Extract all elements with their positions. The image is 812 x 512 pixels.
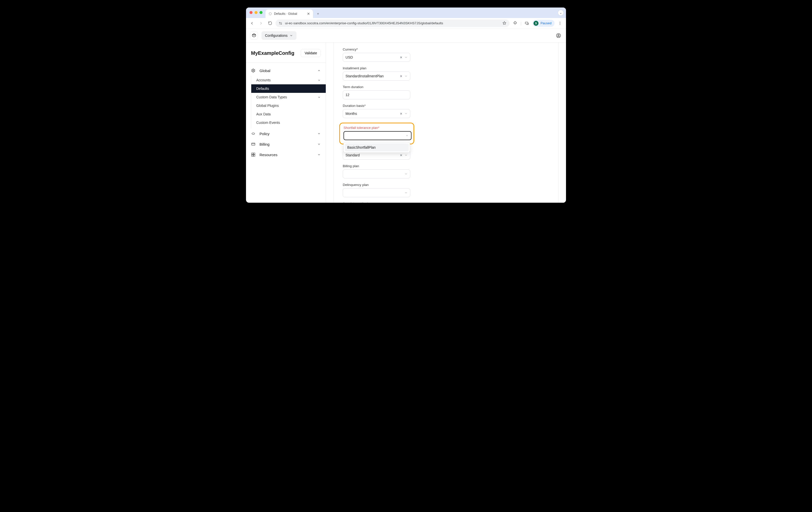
option-label: BasicShortfallPlan xyxy=(347,145,376,150)
window-close-button[interactable] xyxy=(250,11,253,14)
sidebar: MyExampleConfig Validate Global Accounts xyxy=(246,43,326,203)
term-duration-input[interactable]: 12 xyxy=(343,90,410,99)
shortfall-dropdown: BasicShortfallPlan xyxy=(344,142,410,153)
auto-renewal-value: Standard xyxy=(346,153,399,157)
validate-label: Validate xyxy=(304,51,317,55)
clear-icon[interactable]: ✕ xyxy=(399,56,404,59)
app-body: MyExampleConfig Validate Global Accounts xyxy=(246,43,566,203)
profile-avatar: S xyxy=(533,21,539,26)
defaults-form: Currency USD ✕ Installment plan Standard… xyxy=(334,43,558,203)
chevron-down-icon[interactable] xyxy=(404,112,407,115)
nav-reload-button[interactable] xyxy=(266,20,273,27)
window-maximize-button[interactable] xyxy=(260,11,262,14)
section-billing-label: Billing xyxy=(260,142,269,146)
clear-icon[interactable]: ✕ xyxy=(399,74,404,78)
currency-select[interactable]: USD ✕ xyxy=(343,53,410,62)
duration-basis-value: Months xyxy=(346,112,399,116)
bookmark-icon[interactable] xyxy=(502,21,506,25)
sidebar-item-accounts[interactable]: Accounts xyxy=(251,76,326,84)
chevron-down-icon xyxy=(318,79,321,82)
extensions-icon[interactable] xyxy=(512,20,519,27)
chevron-down-icon[interactable] xyxy=(405,134,408,137)
svg-rect-15 xyxy=(252,153,253,154)
section-resources[interactable]: Resources xyxy=(246,150,326,160)
sidebar-item-label: Aux Data xyxy=(256,112,271,116)
window-controls xyxy=(250,11,262,14)
currency-value: USD xyxy=(346,55,399,59)
validate-button[interactable]: Validate xyxy=(301,49,321,57)
delinquency-plan-select[interactable] xyxy=(343,188,410,197)
configurations-menu-button[interactable]: Configurations xyxy=(261,31,296,40)
app-logo[interactable] xyxy=(250,31,258,39)
sidebar-header: MyExampleConfig Validate xyxy=(246,43,326,63)
address-bar[interactable]: ui-ec-sandbox.socotra.com/en/enterprise-… xyxy=(276,20,510,27)
sidebar-item-aux-data[interactable]: Aux Data xyxy=(251,110,326,118)
installment-plan-select[interactable]: StandardInstallmentPlan ✕ xyxy=(343,72,410,81)
new-tab-button[interactable]: ＋ xyxy=(315,10,321,17)
term-duration-value: 12 xyxy=(346,93,407,97)
svg-rect-18 xyxy=(254,155,255,156)
svg-point-0 xyxy=(279,22,280,23)
sidebar-item-custom-data-types[interactable]: Custom Data Types xyxy=(251,93,326,101)
shortfall-highlight: Shortfall tolerance plan BasicShortfallP… xyxy=(339,123,414,144)
browser-toolbar: ui-ec-sandbox.socotra.com/en/enterprise-… xyxy=(246,18,566,29)
tabs-overflow-button[interactable]: ⌄ xyxy=(558,10,563,16)
duration-basis-select[interactable]: Months ✕ xyxy=(343,109,410,118)
profile-status-label: Paused xyxy=(541,21,551,25)
clear-icon[interactable]: ✕ xyxy=(399,112,404,116)
browser-menu-icon[interactable] xyxy=(556,20,563,27)
chevron-down-icon[interactable] xyxy=(404,154,407,157)
user-account-icon[interactable] xyxy=(555,32,562,39)
section-global-label: Global xyxy=(260,69,270,73)
installment-plan-value: StandardInstallmentPlan xyxy=(346,74,399,78)
svg-rect-17 xyxy=(252,155,253,156)
shortfall-option-basic[interactable]: BasicShortfallPlan xyxy=(345,143,409,152)
nav-forward-button[interactable] xyxy=(258,20,264,27)
media-control-icon[interactable] xyxy=(523,20,530,27)
site-settings-icon[interactable] xyxy=(279,21,283,25)
section-resources-label: Resources xyxy=(260,153,278,157)
app-header: Configurations xyxy=(246,29,566,43)
sidebar-item-defaults[interactable]: Defaults xyxy=(251,84,326,93)
currency-label: Currency xyxy=(343,48,549,51)
chevron-down-icon xyxy=(317,142,321,146)
chevron-down-icon xyxy=(317,132,321,135)
chevron-down-icon[interactable] xyxy=(404,191,407,194)
shortfall-select[interactable] xyxy=(344,131,411,140)
tab-close-icon[interactable]: ✕ xyxy=(307,12,310,16)
section-policy-label: Policy xyxy=(260,132,269,136)
sidebar-item-label: Accounts xyxy=(256,78,271,82)
chevron-down-icon[interactable] xyxy=(404,75,407,78)
resources-icon xyxy=(251,153,256,157)
nav-back-button[interactable] xyxy=(249,20,256,27)
section-global-children: Accounts Defaults Custom Data Types Glob… xyxy=(251,76,326,128)
svg-point-7 xyxy=(560,22,560,22)
configurations-label: Configurations xyxy=(265,33,288,37)
profile-chip[interactable]: S Paused xyxy=(532,20,554,27)
sidebar-item-global-plugins[interactable]: Global Plugins xyxy=(251,101,326,110)
window-minimize-button[interactable] xyxy=(255,11,258,14)
browser-window: Defaults · Global ✕ ＋ ⌄ ui-ec-sandbox.so… xyxy=(246,7,566,203)
sidebar-item-label: Defaults xyxy=(256,87,269,90)
chevron-down-icon xyxy=(317,153,321,156)
billing-icon xyxy=(251,142,256,146)
section-policy[interactable]: Policy xyxy=(246,128,326,139)
chevron-down-icon[interactable] xyxy=(404,172,407,176)
billing-plan-select[interactable] xyxy=(343,169,410,179)
sidebar-item-custom-events[interactable]: Custom Events xyxy=(251,118,326,127)
tab-favicon xyxy=(268,12,272,16)
svg-point-8 xyxy=(560,23,560,23)
svg-point-3 xyxy=(281,24,282,24)
section-billing[interactable]: Billing xyxy=(246,139,326,150)
shortfall-label: Shortfall tolerance plan xyxy=(344,126,410,130)
chevron-down-icon xyxy=(318,96,321,99)
section-global[interactable]: Global xyxy=(246,65,326,76)
clear-icon[interactable]: ✕ xyxy=(399,154,404,157)
installment-plan-label: Installment plan xyxy=(343,66,549,70)
chevron-down-icon xyxy=(290,34,293,37)
address-url: ui-ec-sandbox.socotra.com/en/enterprise-… xyxy=(285,21,500,25)
browser-tab[interactable]: Defaults · Global ✕ xyxy=(265,9,313,18)
chevron-down-icon[interactable] xyxy=(404,56,407,59)
svg-rect-13 xyxy=(252,143,255,145)
aux-data-setting-label: Aux data setting xyxy=(343,202,549,203)
